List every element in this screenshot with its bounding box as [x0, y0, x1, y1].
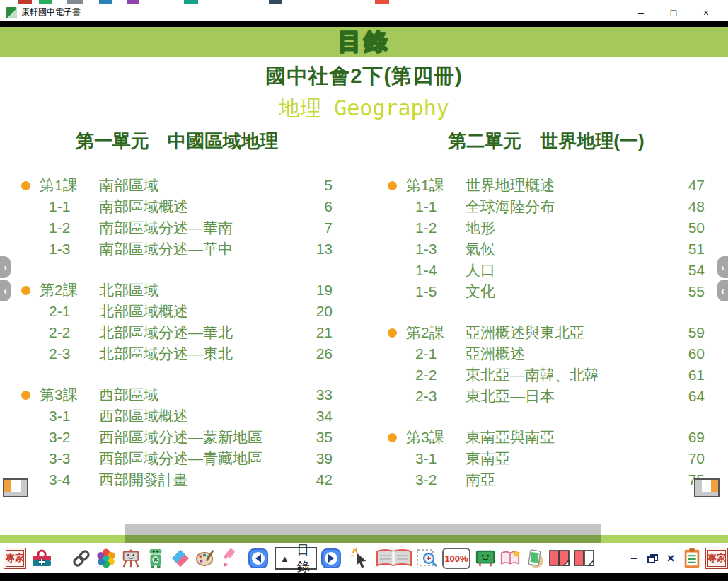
- lesson-page-number: 33: [303, 386, 333, 403]
- spread-page-icon-b[interactable]: [573, 546, 596, 570]
- sub-label: 1-4: [406, 262, 466, 279]
- expert-mode-button-right[interactable]: 專家: [705, 546, 728, 570]
- window-minimize-button[interactable]: –: [625, 7, 657, 18]
- sub-title: 西部區域分述—青藏地區: [99, 449, 303, 468]
- sub-row[interactable]: 2-2北部區域分述—華北21: [21, 322, 333, 343]
- sub-row[interactable]: 3-4西部開發計畫42: [21, 469, 333, 490]
- sub-row[interactable]: 1-3氣候51: [388, 238, 705, 260]
- right-back-tab[interactable]: ‹: [717, 280, 728, 301]
- sub-label: 3-1: [40, 408, 99, 425]
- sub-page-number: 42: [303, 471, 333, 488]
- robot-trash-icon[interactable]: [144, 546, 167, 570]
- next-page-button[interactable]: [320, 546, 342, 570]
- lesson-group: 第1課南部區域51-1南部區域概述61-2南部區域分述—華南71-3南部區域分述…: [21, 175, 333, 260]
- lesson-row[interactable]: 第3課東南亞與南亞69: [388, 427, 705, 448]
- sub-title: 全球海陸分布: [466, 197, 675, 217]
- annotated-book-icon[interactable]: [499, 546, 521, 570]
- sub-label: 1-5: [406, 283, 466, 300]
- sub-label: 1-1: [406, 198, 466, 215]
- sub-row[interactable]: 3-2南亞75: [388, 469, 705, 490]
- sub-row[interactable]: 1-2南部區域分述—華南7: [21, 217, 333, 238]
- window-maximize-button[interactable]: □: [657, 7, 690, 18]
- chevron-left-icon: ‹: [4, 284, 7, 297]
- sub-row[interactable]: 1-4人口54: [388, 260, 705, 281]
- page-flip-left-icon[interactable]: [3, 478, 28, 497]
- lesson-row[interactable]: 第2課北部區域19: [21, 280, 333, 301]
- sub-row[interactable]: 3-2西部區域分述—蒙新地區35: [21, 427, 333, 448]
- sub-row[interactable]: 1-5文化55: [388, 281, 705, 302]
- horizontal-scrollbar[interactable]: [125, 524, 601, 535]
- lesson-row[interactable]: 第1課世界地理概述47: [388, 175, 705, 196]
- highlighter-icon[interactable]: [219, 546, 241, 570]
- sub-row[interactable]: 2-3北部區域分述—東北26: [21, 343, 333, 364]
- lesson-row[interactable]: 第3課西部區域33: [21, 384, 333, 405]
- sub-title: 北部區域分述—華北: [99, 323, 303, 343]
- easel-icon[interactable]: [120, 546, 142, 570]
- sub-row[interactable]: 3-3西部區域分述—青藏地區39: [21, 448, 333, 469]
- sub-row[interactable]: 3-1東南亞70: [388, 448, 705, 469]
- eraser-icon[interactable]: [169, 546, 192, 570]
- toolbox-icon[interactable]: [30, 546, 53, 570]
- lesson-label: 第3課: [406, 427, 466, 447]
- sub-row[interactable]: 1-3南部區域分述—華中13: [21, 238, 333, 260]
- page-selector[interactable]: ▲ 目錄: [275, 547, 317, 570]
- lesson-bullet: [21, 391, 40, 400]
- left-forward-tab[interactable]: ›: [0, 256, 11, 278]
- sub-row[interactable]: 1-1南部區域概述6: [21, 196, 333, 217]
- sub-row[interactable]: 2-2東北亞—南韓、北韓61: [388, 364, 705, 386]
- sub-label: 3-1: [406, 450, 466, 467]
- sub-row[interactable]: 1-2地形50: [388, 217, 705, 238]
- sub-row[interactable]: 3-1西部區域概述34: [21, 405, 333, 427]
- prev-page-button[interactable]: [247, 546, 270, 570]
- book-title: 國中社會2下(第四冊): [0, 62, 728, 91]
- sub-page-number: 26: [303, 345, 333, 362]
- mobile-device-icon[interactable]: [524, 546, 546, 570]
- palette-icon[interactable]: [194, 546, 216, 570]
- sub-page-number: 35: [303, 429, 333, 446]
- spread-page-icon-a[interactable]: [548, 546, 571, 570]
- lesson-row[interactable]: 第2課亞洲概述與東北亞59: [388, 322, 705, 343]
- notes-list-icon[interactable]: [681, 546, 703, 570]
- lesson-group: 第3課東南亞與南亞693-1東南亞703-2南亞75: [388, 427, 705, 490]
- sub-row[interactable]: 2-3東北亞—日本64: [388, 386, 705, 407]
- lesson-label: 第1課: [406, 176, 466, 195]
- lesson-group: 第2課北部區域192-1北部區域概述202-2北部區域分述—華北212-3北部區…: [21, 280, 333, 364]
- flower-icon[interactable]: [95, 546, 117, 570]
- sub-title: 氣候: [466, 239, 675, 259]
- toc-column-unit1: 第一單元 中國區域地理第1課南部區域51-1南部區域概述61-2南部區域分述—華…: [21, 129, 333, 490]
- expert-mode-button-left[interactable]: 專家: [4, 546, 26, 570]
- chalkboard-icon[interactable]: [474, 546, 497, 570]
- left-back-tab[interactable]: ‹: [0, 280, 11, 301]
- lesson-label: 第2課: [40, 280, 99, 300]
- window-close-button[interactable]: ×: [690, 7, 722, 18]
- lesson-title: 東南亞與南亞: [466, 427, 675, 447]
- page-flip-right-icon[interactable]: [694, 478, 720, 497]
- sub-label: 2-1: [406, 345, 466, 362]
- sub-page-number: 50: [675, 219, 705, 236]
- sub-row[interactable]: 1-1全球海陸分布48: [388, 196, 705, 217]
- open-book-icon[interactable]: [374, 546, 414, 570]
- lesson-label: 第1課: [40, 176, 99, 195]
- bullet-dot-icon: [21, 391, 30, 400]
- lesson-row[interactable]: 第1課南部區域5: [21, 175, 333, 196]
- sub-label: 2-2: [406, 367, 466, 384]
- window-titlebar: 康軒國中電子書 – □ ×: [0, 4, 728, 21]
- toolbar-close-button[interactable]: ×: [663, 546, 678, 570]
- right-forward-tab[interactable]: ›: [717, 256, 728, 278]
- zoom-level-button[interactable]: 100%: [441, 546, 472, 570]
- toolbar-minimize-button[interactable]: −: [626, 546, 642, 570]
- bullet-dot-icon: [21, 286, 30, 295]
- sub-page-number: 64: [675, 388, 705, 405]
- sub-page-number: 48: [675, 198, 705, 215]
- zoom-in-icon[interactable]: [416, 546, 439, 570]
- lesson-page-number: 47: [675, 177, 705, 194]
- toolbar-restore-button[interactable]: [644, 546, 661, 570]
- cursor-sparkle-icon[interactable]: [349, 546, 372, 570]
- sub-row[interactable]: 2-1北部區域概述20: [21, 301, 333, 322]
- lesson-title: 世界地理概述: [466, 176, 675, 195]
- link-icon[interactable]: [70, 546, 93, 570]
- sub-title: 南亞: [466, 470, 675, 490]
- bottom-toolbar: 專家: [0, 543, 728, 573]
- sub-row[interactable]: 2-1亞洲概述60: [388, 343, 705, 364]
- sub-label: 1-1: [40, 198, 99, 215]
